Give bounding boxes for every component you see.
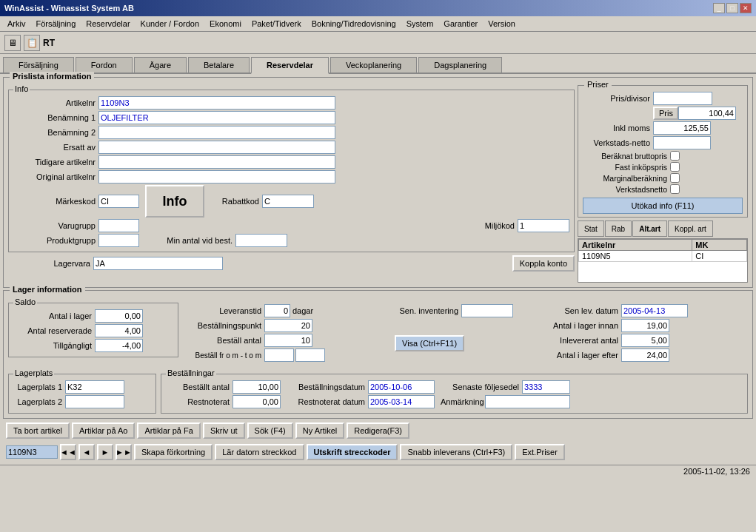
tab-agare[interactable]: Ägare	[134, 57, 187, 73]
tab-kopplart[interactable]: Koppl. art	[668, 220, 713, 237]
menu-system[interactable]: System	[402, 18, 438, 30]
menu-arkiv[interactable]: Arkiv	[3, 18, 30, 30]
toolbar-icon1[interactable]: 🖥	[4, 35, 21, 51]
nav-first[interactable]: ◄◄	[60, 444, 76, 460]
close-button[interactable]: ✕	[740, 3, 752, 13]
f-varugrupp-input[interactable]	[98, 219, 139, 232]
bestalt-antal-input[interactable]	[233, 380, 281, 394]
leveranstid-input[interactable]	[264, 304, 290, 317]
prislista-panel: Prislista information Info Artikelnr Ben…	[3, 77, 753, 288]
lagerplats1-input[interactable]	[65, 380, 124, 394]
antal-lager-input[interactable]	[95, 309, 143, 323]
toolbar-icon2[interactable]: 📋	[24, 35, 40, 51]
minimize-button[interactable]: _	[713, 3, 725, 13]
utskrift-streckkoder-btn[interactable]: Utskrift strecckoder	[307, 444, 398, 460]
f-artikelnr-input[interactable]	[98, 96, 335, 110]
artiklar-fa-btn[interactable]: Artiklar på Fa	[137, 422, 200, 439]
lagervara-input2[interactable]	[93, 257, 223, 270]
sen-lev-input[interactable]	[621, 304, 688, 317]
title-bar-buttons[interactable]: _ □ ✕	[713, 3, 752, 13]
action-buttons-row: Ta bort artikel Artiklar på Ao Artiklar …	[3, 421, 753, 440]
menu-forsaljning[interactable]: Försäljning	[31, 18, 80, 30]
nav-last[interactable]: ►►	[116, 444, 132, 460]
artiklar-ao-btn[interactable]: Artiklar på Ao	[72, 422, 135, 439]
priser-box: Priser Pris/divisor Pris Inkl moms Verks…	[578, 85, 748, 218]
antal-lager-innan-input[interactable]	[621, 319, 669, 332]
tab-veckoplanering[interactable]: Veckoplanering	[330, 57, 417, 73]
p-pris-value[interactable]	[678, 107, 736, 120]
bestdatum-input[interactable]	[368, 380, 435, 394]
restdatum-input[interactable]	[368, 395, 435, 408]
p-marginal-cb[interactable]	[670, 173, 680, 183]
f-produktgrupp-input[interactable]	[98, 234, 139, 247]
p-prisdivisor-input[interactable]	[653, 92, 712, 105]
inlevererat-input[interactable]	[621, 334, 669, 347]
info-large-button[interactable]: Info	[145, 185, 204, 218]
p-beraknat-cb[interactable]	[670, 151, 680, 161]
bestallpunkt-input[interactable]	[264, 319, 312, 332]
p-verkstadsnetto-input[interactable]	[653, 136, 711, 149]
utokad-btn[interactable]: Utökad info (F11)	[583, 198, 743, 214]
tab-stat[interactable]: Stat	[578, 220, 604, 237]
f-benamning1-input[interactable]	[98, 111, 335, 124]
koppla-konto-btn[interactable]: Koppla konto	[512, 255, 575, 272]
tab-dagsplanering[interactable]: Dagsplanering	[418, 57, 502, 73]
redigera-btn[interactable]: Redigera(F3)	[347, 422, 409, 439]
menu-garantier[interactable]: Garantier	[439, 18, 482, 30]
sok-btn[interactable]: Sök (F4)	[247, 422, 293, 439]
f-tidigare-input[interactable]	[98, 155, 335, 169]
antal-lager-efter-input[interactable]	[621, 349, 669, 362]
lar-datorn-btn[interactable]: Lär datorn streckkod	[215, 444, 304, 460]
menu-bokning[interactable]: Bokning/Tidredovisning	[307, 18, 401, 30]
p-inklmoms-value[interactable]	[653, 121, 711, 135]
tab-reservdelar[interactable]: Reservdelar	[251, 57, 329, 74]
restnoterat-input[interactable]	[233, 395, 281, 408]
tab-altart[interactable]: Alt.art	[632, 220, 667, 237]
bestall-antal-label: Beställ antal	[183, 336, 264, 345]
f-miljokod-input[interactable]	[518, 219, 569, 232]
f-ersattav-input[interactable]	[98, 141, 335, 154]
antal-res-input[interactable]	[95, 324, 143, 337]
ta-bort-btn[interactable]: Ta bort artikel	[6, 422, 70, 439]
skapa-forkortning-btn[interactable]: Skapa förkortning	[134, 444, 213, 460]
nav-prev[interactable]: ◄	[78, 444, 95, 460]
p-pris-button[interactable]: Pris	[653, 107, 678, 120]
tillgangligt-input[interactable]	[95, 339, 143, 352]
tab-fordon[interactable]: Fordon	[76, 57, 133, 73]
lager-title: Lager information	[10, 285, 85, 294]
f-min-antal-input[interactable]	[235, 234, 287, 247]
p-fastinkop-cb[interactable]	[670, 162, 680, 172]
f-benamning2-input[interactable]	[98, 126, 335, 139]
visa-btn[interactable]: Visa (Ctrl+F11)	[395, 335, 464, 351]
menu-paket[interactable]: Paket/Tidverk	[247, 18, 306, 30]
f-original-input[interactable]	[98, 170, 335, 183]
bestall-tom-input[interactable]	[295, 349, 325, 362]
tab-forsaljning[interactable]: Försäljning	[3, 57, 74, 73]
lager-content: Saldo Antal i lager Antal reserverade Ti…	[8, 298, 748, 363]
ny-artikel-btn[interactable]: Ny Artikel	[295, 422, 344, 439]
lagerplats2-input[interactable]	[65, 395, 124, 408]
menu-version[interactable]: Version	[484, 18, 520, 30]
sen-inv-input[interactable]	[461, 304, 513, 317]
tab-rab[interactable]: Rab	[605, 220, 632, 237]
menu-kunder[interactable]: Kunder / Fordon	[136, 18, 204, 30]
f-markeskod-input[interactable]	[98, 195, 139, 208]
table-row[interactable]: 1109N5 CI	[579, 251, 747, 262]
bestallningar-title: Beställningar	[166, 368, 216, 377]
anmarkning-input[interactable]	[485, 395, 570, 408]
skriv-ut-btn[interactable]: Skriv ut	[203, 422, 245, 439]
senaste-fol-input[interactable]	[522, 380, 570, 394]
nav-search-input[interactable]	[6, 445, 58, 459]
p-verkstadsnetto2-cb[interactable]	[670, 184, 680, 194]
toolbar: 🖥 📋 RT	[0, 32, 756, 54]
menu-reservdelar[interactable]: Reservdelar	[81, 18, 134, 30]
nav-next[interactable]: ►	[97, 444, 113, 460]
maximize-button[interactable]: □	[726, 3, 738, 13]
f-rabattkod-input[interactable]	[262, 195, 314, 208]
bestall-antal-input[interactable]	[264, 334, 312, 347]
bestall-from-input[interactable]	[264, 349, 294, 362]
tab-betalare[interactable]: Betalare	[188, 57, 250, 73]
menu-ekonomi[interactable]: Ekonomi	[205, 18, 246, 30]
snabb-inleverans-btn[interactable]: Snabb inleverans (Ctrl+F3)	[400, 444, 512, 460]
ext-priser-btn[interactable]: Ext.Priser	[515, 444, 565, 460]
